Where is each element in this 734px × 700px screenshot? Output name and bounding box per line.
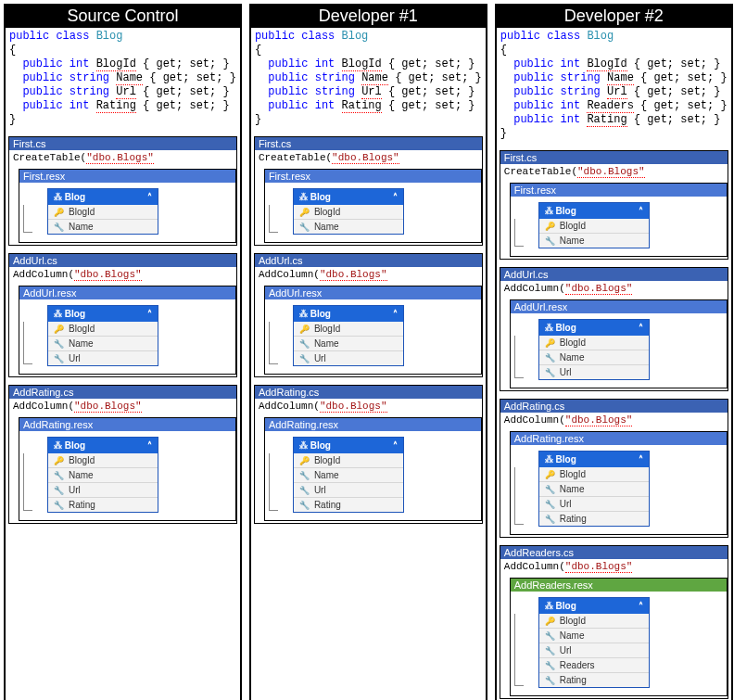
entity-table: ⁂ Blog˄🔑BlogId🔧Name🔧Url xyxy=(538,319,650,380)
column-header: Source Control xyxy=(6,6,240,28)
migration-resx-file: AddUrl.resx⁂ Blog˄🔑BlogId🔧Name🔧Url xyxy=(510,299,728,388)
entity-column-row: 🔑BlogId xyxy=(539,467,649,481)
migration-cs-file: First.csCreateTable("dbo.Blogs"First.res… xyxy=(500,150,728,260)
chevron-up-icon: ˄ xyxy=(639,206,643,216)
column-name: Name xyxy=(314,470,339,480)
column-name: Rating xyxy=(560,675,587,685)
entity-name: Blog xyxy=(65,309,85,319)
entity-body: 🔑BlogId🔧Name🔧Url🔧Readers🔧Rating xyxy=(539,614,649,687)
file-body: CreateTable("dbo.Blogs" xyxy=(255,150,482,167)
migration-resx-file: First.resx⁂ Blog˄🔑BlogId🔧Name xyxy=(510,183,728,257)
entity-column-row: 🔧Readers xyxy=(539,657,649,672)
entity-table: ⁂ Blog˄🔑BlogId🔧Name🔧Url🔧Rating xyxy=(293,437,404,513)
entity-column-row: 🔧Url xyxy=(539,496,649,511)
entity-column-row: 🔧Url xyxy=(294,482,403,497)
file-titlebar: AddUrl.resx xyxy=(511,300,727,313)
file-titlebar: First.cs xyxy=(500,151,728,164)
entity-column-row: 🔧Name xyxy=(539,350,649,364)
column-name: Url xyxy=(314,485,326,495)
column-name: BlogId xyxy=(69,324,95,334)
entity-table: ⁂ Blog˄🔑BlogId🔧Name xyxy=(47,188,158,235)
migration-resx-file: First.resx⁂ Blog˄🔑BlogId🔧Name xyxy=(264,169,482,243)
migration-resx-file: First.resx⁂ Blog˄🔑BlogId🔧Name xyxy=(19,169,236,243)
migration-resx-file: AddUrl.resx⁂ Blog˄🔑BlogId🔧Name🔧Url xyxy=(19,286,236,375)
wrench-icon: 🔧 xyxy=(299,354,309,363)
file-body: AddColumn("dbo.Blogs" xyxy=(255,399,482,415)
chevron-up-icon: ˄ xyxy=(639,454,643,465)
chevron-up-icon: ˄ xyxy=(147,192,152,202)
file-body: AddColumn("dbo.Blogs" xyxy=(500,559,728,576)
entity-column-row: 🔧Rating xyxy=(539,511,649,526)
chevron-up-icon: ˄ xyxy=(147,440,152,451)
migration-cs-file: First.csCreateTable("dbo.Blogs"First.res… xyxy=(254,136,483,246)
entity-column-row: 🔑BlogId xyxy=(48,322,158,336)
entity-header: ⁂ Blog˄ xyxy=(48,438,158,453)
entity-column-row: 🔧Rating xyxy=(294,497,403,512)
column-name: Name xyxy=(560,352,585,363)
entity-header: ⁂ Blog˄ xyxy=(294,306,403,322)
file-body: AddColumn("dbo.Blogs" xyxy=(255,267,482,284)
file-titlebar: AddReaders.resx xyxy=(511,579,727,592)
entity-body: 🔑BlogId🔧Name🔧Url🔧Rating xyxy=(539,467,649,526)
column-name: BlogId xyxy=(560,337,586,348)
file-titlebar: AddReaders.cs xyxy=(500,546,728,559)
column-header: Developer #2 xyxy=(497,6,731,28)
resx-body: ⁂ Blog˄🔑BlogId🔧Name🔧Url🔧Rating xyxy=(19,431,235,520)
wrench-icon: 🔧 xyxy=(54,339,63,349)
code-block: public class Blog { public int BlogId { … xyxy=(251,28,486,133)
column-name: BlogId xyxy=(314,455,340,465)
entity-table: ⁂ Blog˄🔑BlogId🔧Name🔧Url🔧Rating xyxy=(47,437,158,513)
entity-name: Blog xyxy=(556,601,576,611)
column-name: BlogId xyxy=(560,469,586,479)
entity-name: Blog xyxy=(556,206,576,216)
entity-table: ⁂ Blog˄🔑BlogId🔧Name xyxy=(293,188,404,235)
tree-connector xyxy=(23,453,32,511)
migration-cs-file: AddUrl.csAddColumn("dbo.Blogs"AddUrl.res… xyxy=(8,253,237,377)
entity-column-row: 🔧Rating xyxy=(539,672,649,687)
migration-cs-file: AddUrl.csAddColumn("dbo.Blogs"AddUrl.res… xyxy=(254,253,483,377)
entity-column-row: 🔧Url xyxy=(539,643,649,657)
tree-connector xyxy=(269,453,278,511)
column-name: BlogId xyxy=(560,221,586,231)
resx-body: ⁂ Blog˄🔑BlogId🔧Name🔧Url xyxy=(19,299,235,374)
entity-table: ⁂ Blog˄🔑BlogId🔧Name xyxy=(538,202,650,248)
wrench-icon: 🔧 xyxy=(545,485,554,494)
key-icon: 🔑 xyxy=(54,325,63,334)
chevron-up-icon: ˄ xyxy=(639,323,643,333)
file-titlebar: AddRating.cs xyxy=(9,386,236,399)
migration-resx-file: AddRating.resx⁂ Blog˄🔑BlogId🔧Name🔧Url🔧Ra… xyxy=(264,417,482,521)
entity-column-row: 🔑BlogId xyxy=(48,205,158,219)
entity-header: ⁂ Blog˄ xyxy=(539,320,649,336)
key-icon: 🔑 xyxy=(54,208,63,217)
entity-icon: ⁂ xyxy=(54,193,62,202)
column-name: Url xyxy=(560,367,572,377)
wrench-icon: 🔧 xyxy=(54,501,63,510)
entity-table: ⁂ Blog˄🔑BlogId🔧Name🔧Url🔧Readers🔧Rating xyxy=(538,597,650,688)
wrench-icon: 🔧 xyxy=(545,661,554,670)
resx-body: ⁂ Blog˄🔑BlogId🔧Name🔧Url🔧Readers🔧Rating xyxy=(511,592,727,695)
entity-body: 🔑BlogId🔧Name xyxy=(48,205,158,234)
entity-name: Blog xyxy=(65,192,85,202)
column-name: Url xyxy=(560,645,572,655)
file-titlebar: AddRating.resx xyxy=(511,432,727,445)
migration-resx-file: AddRating.resx⁂ Blog˄🔑BlogId🔧Name🔧Url🔧Ra… xyxy=(19,417,236,521)
entity-body: 🔑BlogId🔧Name xyxy=(294,205,403,234)
migration-cs-file: AddRating.csAddColumn("dbo.Blogs"AddRati… xyxy=(500,399,728,538)
file-titlebar: AddUrl.cs xyxy=(9,254,236,267)
column-name: Rating xyxy=(314,500,341,510)
entity-icon: ⁂ xyxy=(299,441,308,451)
entity-column-row: 🔑BlogId xyxy=(294,205,403,219)
column-name: Url xyxy=(560,499,572,509)
column-name: Rating xyxy=(560,514,587,524)
entity-column-row: 🔑BlogId xyxy=(48,453,158,467)
entity-body: 🔑BlogId🔧Name🔧Url xyxy=(539,336,649,379)
entity-column-row: 🔧Name xyxy=(48,467,158,482)
chevron-up-icon: ˄ xyxy=(393,440,398,451)
column-name: Name xyxy=(69,470,94,480)
entity-header: ⁂ Blog˄ xyxy=(539,598,649,614)
column-name: Name xyxy=(69,222,94,232)
entity-body: 🔑BlogId🔧Name🔧Url xyxy=(294,322,403,365)
wrench-icon: 🔧 xyxy=(545,500,554,509)
entity-column-row: 🔧Name xyxy=(539,233,649,248)
wrench-icon: 🔧 xyxy=(299,471,309,480)
